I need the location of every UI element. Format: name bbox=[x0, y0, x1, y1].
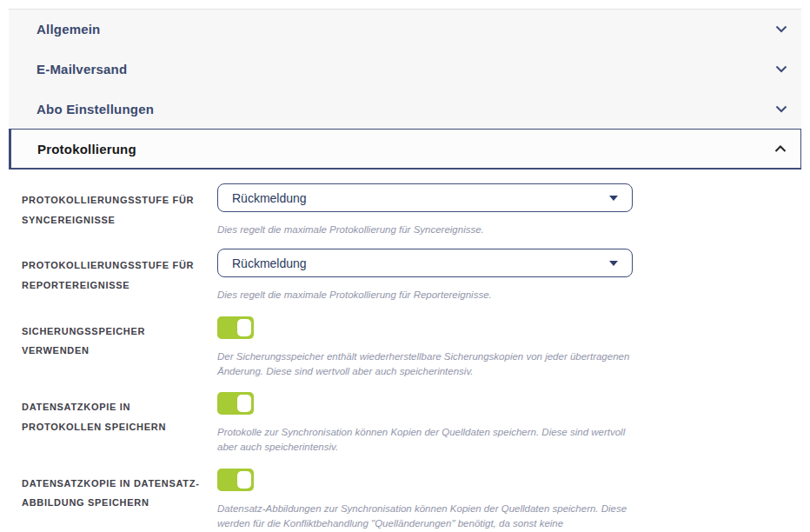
accordion-section-abo-einstellungen[interactable]: Abo Einstellungen bbox=[9, 89, 801, 129]
field-help-text: Der Sicherungsspeicher enthält wiederher… bbox=[217, 349, 633, 380]
accordion-section-allgemein[interactable]: Allgemein bbox=[9, 9, 801, 49]
chevron-down-icon bbox=[775, 105, 787, 113]
syncereignisse-level-select[interactable]: Rückmeldung bbox=[217, 183, 633, 212]
datensatzkopie-abbildung-toggle[interactable] bbox=[217, 469, 254, 491]
toggle-knob bbox=[237, 319, 251, 336]
field-help-text: Datensatz-Abbildungen zur Synchronisatio… bbox=[217, 502, 633, 532]
sicherungsspeicher-toggle[interactable] bbox=[217, 316, 254, 339]
accordion-section-title: Allgemein bbox=[37, 22, 100, 37]
field-help-text: Dies regelt die maximale Protokollierung… bbox=[217, 288, 633, 303]
settings-page: Allgemein E-Mailversand Abo Einstellunge… bbox=[0, 9, 810, 532]
select-value: Rückmeldung bbox=[232, 191, 307, 205]
field-label: DATENSATZKOPIE IN DATENSATZ-ABBILDUNG SP… bbox=[22, 467, 209, 532]
accordion-section-title: E-Mailversand bbox=[37, 62, 127, 76]
field-help-text: Dies regelt die maximale Protokollierung… bbox=[217, 223, 633, 237]
field-label: PROTOKOLLIERUNGSSTUFE FÜR SYNCEREIGNISSE bbox=[22, 183, 209, 237]
form-row-datensatzkopie-abbildung: DATENSATZKOPIE IN DATENSATZ-ABBILDUNG SP… bbox=[22, 467, 801, 532]
form-row-datensatzkopie-protokolle: DATENSATZKOPIE IN PROTOKOLLEN SPEICHERN … bbox=[22, 390, 801, 456]
chevron-down-icon bbox=[775, 65, 787, 73]
chevron-up-icon bbox=[774, 145, 787, 153]
accordion-section-protokollierung[interactable]: Protokollierung bbox=[9, 129, 801, 170]
datensatzkopie-protokolle-toggle[interactable] bbox=[217, 392, 254, 415]
form-row-syncereignisse: PROTOKOLLIERUNGSSTUFE FÜR SYNCEREIGNISSE… bbox=[22, 183, 801, 237]
reportereignisse-level-select[interactable]: Rückmeldung bbox=[217, 249, 633, 277]
settings-accordion: Allgemein E-Mailversand Abo Einstellunge… bbox=[9, 9, 801, 532]
protokollierung-panel: PROTOKOLLIERUNGSSTUFE FÜR SYNCEREIGNISSE… bbox=[9, 170, 801, 532]
accordion-section-title: Protokollierung bbox=[37, 142, 136, 156]
field-label: DATENSATZKOPIE IN PROTOKOLLEN SPEICHERN bbox=[22, 390, 209, 456]
caret-down-icon bbox=[609, 261, 618, 266]
chevron-down-icon bbox=[775, 25, 787, 33]
accordion-section-e-mailversand[interactable]: E-Mailversand bbox=[9, 49, 801, 89]
field-label: PROTOKOLLIERUNGSSTUFE FÜR REPORTEREIGNIS… bbox=[22, 249, 209, 303]
select-value: Rückmeldung bbox=[232, 256, 307, 270]
toggle-knob bbox=[237, 395, 251, 412]
caret-down-icon bbox=[609, 196, 618, 201]
toggle-knob bbox=[237, 471, 251, 489]
field-help-text: Protokolle zur Synchronisation können Ko… bbox=[217, 425, 633, 456]
form-row-reportereignisse: PROTOKOLLIERUNGSSTUFE FÜR REPORTEREIGNIS… bbox=[22, 249, 801, 303]
field-label: SICHERUNGSSPEICHER VERWENDEN bbox=[22, 315, 209, 380]
accordion-section-title: Abo Einstellungen bbox=[37, 102, 154, 116]
form-row-sicherungsspeicher: SICHERUNGSSPEICHER VERWENDEN Der Sicheru… bbox=[22, 315, 801, 380]
